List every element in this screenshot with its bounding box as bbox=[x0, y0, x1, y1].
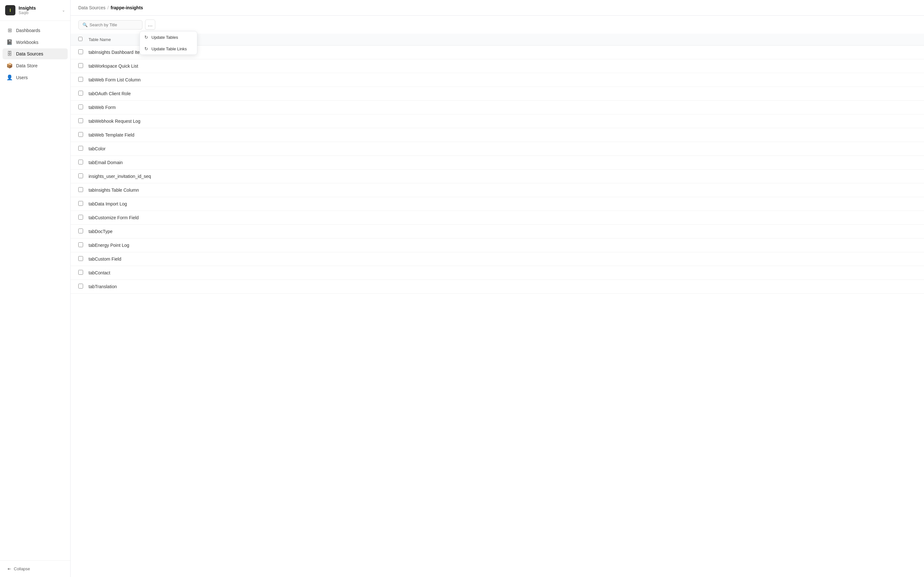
breadcrumb-parent[interactable]: Data Sources bbox=[78, 5, 105, 10]
row-checkbox-cell bbox=[78, 229, 89, 234]
row-checkbox-cell bbox=[78, 256, 89, 262]
table-header: Table Name bbox=[71, 34, 924, 45]
table-row[interactable]: tabInsights Table Column bbox=[71, 183, 924, 197]
row-table-name: tabWebhook Request Log bbox=[89, 119, 916, 124]
table-row[interactable]: insights_user_invitation_id_seq bbox=[71, 169, 924, 183]
sidebar-item-label: Data Sources bbox=[16, 51, 43, 56]
row-checkbox[interactable] bbox=[78, 187, 83, 192]
sidebar-item-workbooks[interactable]: 📓 Workbooks bbox=[3, 37, 68, 48]
row-checkbox-cell bbox=[78, 91, 89, 97]
table-row[interactable]: tabWeb Template Field bbox=[71, 128, 924, 142]
table-row[interactable]: tabEmail Domain bbox=[71, 156, 924, 169]
sidebar-item-data-store[interactable]: 📦 Data Store bbox=[3, 60, 68, 71]
row-checkbox[interactable] bbox=[78, 105, 83, 109]
row-table-name: tabDocType bbox=[89, 229, 916, 234]
table-row[interactable]: tabContact bbox=[71, 266, 924, 280]
search-box[interactable]: 🔍 bbox=[78, 20, 142, 29]
row-checkbox[interactable] bbox=[78, 201, 83, 206]
table-row[interactable]: tabEnergy Point Log bbox=[71, 239, 924, 252]
sidebar-footer: ⇤ Collapse bbox=[0, 560, 70, 577]
row-checkbox[interactable] bbox=[78, 173, 83, 178]
dropdown-item-update-tables[interactable]: ↻ Update Tables bbox=[140, 31, 197, 43]
row-table-name: tabWorkspace Quick List bbox=[89, 63, 916, 69]
row-checkbox[interactable] bbox=[78, 160, 83, 164]
table-container: Table Name tabInsights Dashboard Item ta… bbox=[71, 34, 924, 577]
row-table-name: tabWeb Form List Column bbox=[89, 77, 916, 82]
row-checkbox-cell bbox=[78, 63, 89, 69]
row-checkbox[interactable] bbox=[78, 270, 83, 275]
table-body: tabInsights Dashboard Item tabWorkspace … bbox=[71, 45, 924, 293]
row-checkbox[interactable] bbox=[78, 118, 83, 123]
table-row[interactable]: tabDocType bbox=[71, 225, 924, 239]
row-table-name: tabWeb Template Field bbox=[89, 132, 916, 137]
row-checkbox[interactable] bbox=[78, 132, 83, 137]
row-checkbox-cell bbox=[78, 77, 89, 83]
row-checkbox[interactable] bbox=[78, 284, 83, 288]
sidebar: I Insights Saqib ⌄ ⊞ Dashboards 📓 Workbo… bbox=[0, 0, 71, 577]
dropdown-item-label: Update Tables bbox=[152, 35, 178, 40]
dropdown-menu: ↻ Update Tables ↻ Update Table Links bbox=[140, 31, 197, 55]
users-icon: 👤 bbox=[6, 74, 13, 81]
row-table-name: tabInsights Dashboard Item bbox=[89, 50, 916, 55]
sidebar-item-users[interactable]: 👤 Users bbox=[3, 72, 68, 83]
select-all-checkbox[interactable] bbox=[78, 37, 82, 41]
row-checkbox[interactable] bbox=[78, 77, 83, 82]
sidebar-item-data-sources[interactable]: 🗄 Data Sources bbox=[3, 48, 68, 59]
app-info: Insights Saqib bbox=[19, 5, 36, 15]
table-row[interactable]: tabCustom Field bbox=[71, 252, 924, 266]
row-table-name: tabColor bbox=[89, 146, 916, 151]
row-checkbox[interactable] bbox=[78, 146, 83, 151]
sidebar-item-label: Data Store bbox=[16, 63, 37, 68]
refresh-icon: ↻ bbox=[144, 35, 148, 40]
table-row[interactable]: tabOAuth Client Role bbox=[71, 87, 924, 101]
search-icon: 🔍 bbox=[82, 23, 87, 27]
row-checkbox-cell bbox=[78, 187, 89, 193]
sidebar-logo-area: I Insights Saqib bbox=[5, 5, 36, 15]
more-options-button[interactable]: … bbox=[145, 19, 155, 30]
row-table-name: tabOAuth Client Role bbox=[89, 91, 916, 96]
table-row[interactable]: tabWeb Form bbox=[71, 101, 924, 114]
table-row[interactable]: tabWorkspace Quick List bbox=[71, 59, 924, 73]
row-checkbox-cell bbox=[78, 201, 89, 207]
dropdown-item-update-table-links[interactable]: ↻ Update Table Links bbox=[140, 43, 197, 55]
row-table-name: tabWeb Form bbox=[89, 105, 916, 110]
row-checkbox-cell bbox=[78, 49, 89, 55]
sidebar-item-label: Users bbox=[16, 75, 28, 80]
table-row[interactable]: tabColor bbox=[71, 142, 924, 156]
table-row[interactable]: tabInsights Dashboard Item bbox=[71, 45, 924, 59]
table-row[interactable]: tabCustomize Form Field bbox=[71, 211, 924, 225]
row-checkbox[interactable] bbox=[78, 63, 83, 68]
row-table-name: tabContact bbox=[89, 270, 916, 276]
chevron-down-icon[interactable]: ⌄ bbox=[62, 8, 65, 13]
dashboards-icon: ⊞ bbox=[6, 27, 13, 33]
collapse-button[interactable]: ⇤ Collapse bbox=[5, 564, 65, 573]
search-input[interactable] bbox=[89, 23, 138, 27]
row-table-name: tabTranslation bbox=[89, 284, 916, 289]
row-checkbox[interactable] bbox=[78, 242, 83, 247]
row-table-name: insights_user_invitation_id_seq bbox=[89, 174, 916, 179]
row-checkbox[interactable] bbox=[78, 215, 83, 219]
row-table-name: tabEnergy Point Log bbox=[89, 243, 916, 248]
row-checkbox[interactable] bbox=[78, 229, 83, 234]
sidebar-item-dashboards[interactable]: ⊞ Dashboards bbox=[3, 25, 68, 36]
table-row[interactable]: tabTranslation bbox=[71, 280, 924, 293]
table-row[interactable]: tabWeb Form List Column bbox=[71, 73, 924, 87]
breadcrumb: Data Sources / frappe-insights bbox=[78, 5, 143, 10]
table-row[interactable]: tabWebhook Request Log bbox=[71, 114, 924, 128]
row-table-name: tabCustomize Form Field bbox=[89, 215, 916, 220]
row-checkbox-cell bbox=[78, 105, 89, 110]
header-checkbox-cell bbox=[78, 37, 89, 42]
row-table-name: tabEmail Domain bbox=[89, 160, 916, 165]
row-checkbox[interactable] bbox=[78, 49, 83, 54]
breadcrumb-current: frappe-insights bbox=[111, 5, 143, 10]
collapse-icon: ⇤ bbox=[8, 566, 11, 571]
refresh-icon: ↻ bbox=[144, 46, 148, 51]
row-checkbox[interactable] bbox=[78, 256, 83, 261]
table-row[interactable]: tabData Import Log bbox=[71, 197, 924, 211]
row-checkbox-cell bbox=[78, 242, 89, 248]
row-checkbox-cell bbox=[78, 132, 89, 138]
row-table-name: tabInsights Table Column bbox=[89, 187, 916, 193]
row-table-name: tabData Import Log bbox=[89, 201, 916, 206]
column-table-name: Table Name bbox=[89, 37, 916, 42]
row-checkbox[interactable] bbox=[78, 91, 83, 95]
